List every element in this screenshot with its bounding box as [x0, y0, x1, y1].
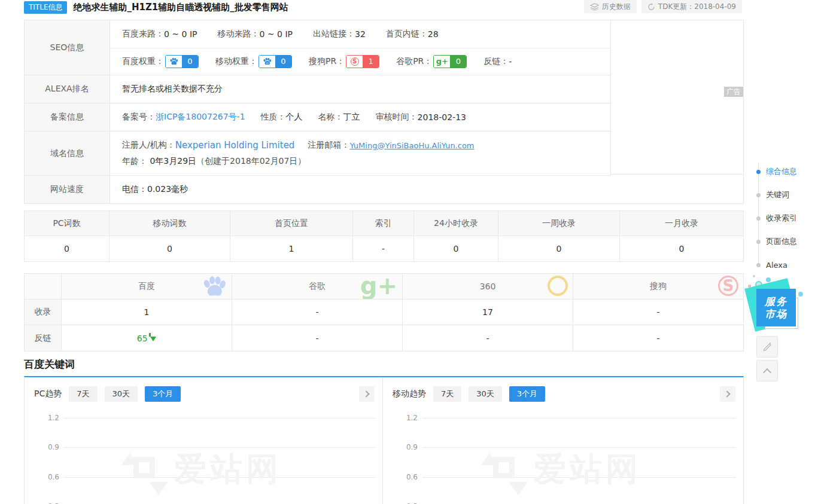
badge-text-line: 服务 — [765, 295, 787, 308]
sidebar-item-keywords[interactable]: 关键词 — [753, 190, 789, 200]
pc-trend-label: PC趋势 — [34, 389, 62, 399]
baidu-paw-icon — [166, 56, 182, 68]
icp-number: 备案号： 浙ICP备18007267号-1 — [122, 112, 245, 123]
google-plus-icon: g+ — [434, 56, 450, 68]
nav-label: 综合信息 — [766, 166, 797, 177]
stats-value: 0 — [620, 236, 743, 261]
row-label: 收录 — [25, 300, 62, 325]
nav-label: 收录索引 — [766, 213, 797, 224]
mobile-weight: 移动权重： m — [215, 55, 292, 68]
sogou-pr-badge[interactable]: S 1 — [346, 55, 379, 68]
aizhan-logo-icon — [125, 451, 163, 489]
service-market-badge[interactable]: 服务 市场 — [746, 275, 811, 335]
stats-header: 移动词数 — [110, 211, 230, 236]
mobile-tab-3m[interactable]: 3个月 — [509, 386, 545, 402]
icp-row-label: 备案信息 — [25, 103, 110, 131]
stats-value: 1 — [230, 236, 352, 261]
stats-header: 一月收录 — [620, 211, 743, 236]
baidu-traffic: 百度来路： 0 ~ 0 IP — [110, 29, 197, 39]
google-pr-value: 0 — [450, 56, 466, 68]
feedback-pencil-button[interactable] — [756, 336, 778, 358]
back-to-top-button[interactable] — [756, 360, 778, 381]
sidebar-item-index[interactable]: 收录索引 — [753, 213, 797, 223]
engines-included-row: 收录 1 - 17 - — [25, 300, 743, 325]
registrant-link[interactable]: Nexperian Holding Limited — [175, 140, 295, 151]
badge-text-line: 市场 — [765, 308, 787, 320]
included-google: - — [232, 300, 403, 325]
seo-info-row: SEO信息 百度来路： 0 ~ 0 IP 移动来路： 0 ~ 0 IP 出站链接… — [25, 20, 611, 75]
mobile-weight-badge[interactable]: m 0 — [259, 55, 292, 68]
stats-header: 一周收录 — [498, 211, 619, 236]
gridline — [64, 477, 375, 478]
trend-charts-panel: PC趋势 7天 30天 3个月 1.2 0.9 0.6 0.3 爱站网 移动趋势… — [24, 376, 744, 504]
pc-tab-7d[interactable]: 7天 — [69, 386, 97, 402]
ad-placeholder[interactable]: 广告 — [610, 20, 743, 175]
outbound-links: 出站链接： 32 — [313, 29, 366, 39]
baidu-weight-value: 0 — [182, 56, 198, 68]
icp-audit-time: 审核时间：2018-02-13 — [376, 112, 466, 123]
alexa-row: ALEXA排名 暂无排名或相关数据不充分 — [25, 75, 611, 103]
engines-header-row: 百度 谷歌 g+ 360 — [25, 274, 743, 300]
engines-table: 百度 谷歌 g+ 360 — [24, 273, 744, 352]
sidebar-item-pageinfo[interactable]: 页面信息 — [753, 237, 797, 246]
google-pr-badge[interactable]: g+ 0 — [433, 55, 467, 68]
tdk-update-button[interactable]: TDK更新：2018-04-09 — [641, 0, 742, 13]
sogou-pr-value: 1 — [363, 56, 379, 68]
nav-dot-icon — [756, 263, 761, 267]
alexa-row-label: ALEXA排名 — [25, 75, 110, 103]
nav-dot-icon — [756, 216, 761, 221]
sidebar-item-alexa[interactable]: Alexa — [753, 260, 787, 270]
pc-tab-30d[interactable]: 30天 — [105, 386, 138, 402]
page-title: 绝地求生辅助_H1Z1辅助自瞄透视辅助_批发零售网站 — [73, 2, 288, 13]
sogou-icon: S — [718, 276, 738, 296]
baidu-weight-badge[interactable]: 0 — [165, 55, 199, 68]
keyword-stats-table: PC词数0 移动词数0 首页位置1 索引- 24小时收录0 一周收录0 一月收录… — [24, 210, 744, 262]
nav-dot-icon — [756, 240, 761, 244]
engine-col-google: 谷歌 g+ — [232, 274, 403, 299]
registrant-email-link[interactable]: YuMing@YinSiBaoHu.AliYun.com — [349, 141, 474, 150]
stats-header: 24小时收录 — [414, 211, 498, 236]
stats-header: 首页位置 — [230, 211, 352, 236]
included-360: 17 — [403, 300, 573, 325]
speed-row: 网站速度 电信：0.023毫秒 — [25, 176, 743, 203]
pencil-icon — [762, 341, 772, 353]
domain-age: 年龄： 0年3月29日 （创建于2018年02月07日） — [122, 156, 306, 167]
mobile-trend-label: 移动趋势 — [393, 389, 426, 399]
stats-value: 0 — [110, 236, 230, 261]
icp-row: 备案信息 备案号： 浙ICP备18007267号-1 性质：个人 名称：丁立 审… — [25, 103, 611, 132]
history-data-button[interactable]: 历史数据 — [584, 0, 637, 13]
icp-number-link[interactable]: 浙ICP备18007267号-1 — [156, 112, 245, 123]
alexa-text: 暂无排名或相关数据不充分 — [122, 84, 223, 94]
gridline — [64, 418, 375, 419]
mobile-tab-7d[interactable]: 7天 — [433, 386, 461, 402]
history-layers-icon — [590, 3, 599, 11]
speed-row-label: 网站速度 — [25, 176, 110, 203]
stats-header: PC词数 — [25, 211, 109, 236]
deco-dot — [753, 275, 755, 277]
mobile-tab-30d[interactable]: 30天 — [469, 386, 502, 402]
included-baidu: 1 — [62, 300, 232, 325]
speed-text: 电信：0.023毫秒 — [122, 184, 188, 195]
row-label: 反链 — [25, 325, 62, 351]
engine-col-sogou: 搜狗 S — [573, 274, 743, 299]
pc-tab-3m[interactable]: 3个月 — [145, 386, 181, 402]
pc-trend-expand-button[interactable] — [359, 386, 375, 402]
sidebar-item-overview[interactable]: 综合信息 — [753, 167, 797, 176]
title-badge: TITLE信息 — [24, 1, 67, 14]
baidu-keywords-heading: 百度关键词 — [24, 358, 75, 371]
aizhan-watermark: 爱站网 — [485, 448, 641, 491]
svg-text:m: m — [266, 62, 269, 65]
history-data-label: 历史数据 — [602, 0, 631, 13]
sogou-s-icon: S — [346, 56, 363, 68]
deco-dot — [766, 277, 771, 282]
nav-label: 页面信息 — [766, 236, 797, 247]
nav-dot-icon — [756, 193, 761, 197]
chevron-up-icon — [763, 368, 771, 376]
mobile-trend-expand-button[interactable] — [720, 386, 735, 402]
backlinks-sogou: - — [573, 325, 743, 351]
domain-row-label: 域名信息 — [25, 132, 110, 175]
down-arrow-stem — [149, 333, 151, 337]
refresh-icon — [647, 3, 655, 11]
tdk-update-label: TDK更新：2018-04-09 — [658, 0, 736, 13]
stats-value: 0 — [25, 236, 109, 261]
